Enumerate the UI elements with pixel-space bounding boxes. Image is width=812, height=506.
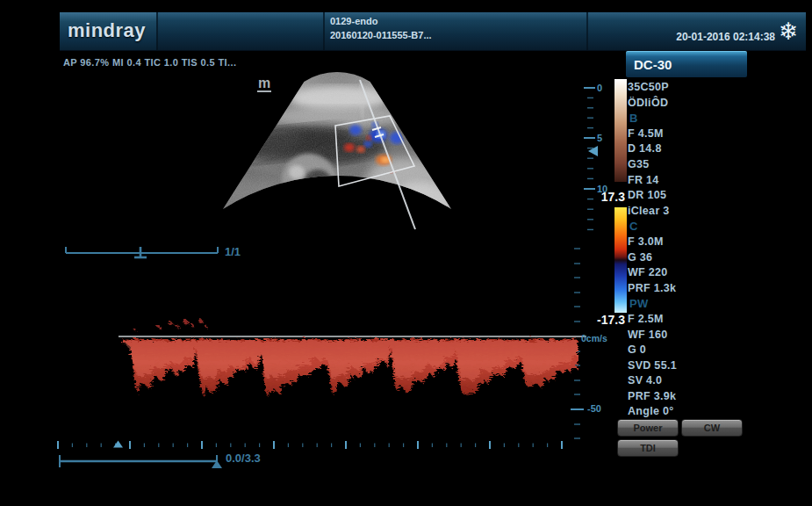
power-button[interactable]: Power bbox=[617, 419, 679, 437]
page-indicator: 1/1 bbox=[225, 245, 241, 258]
ti-status-line: AP 96.7% MI 0.4 TIC 1.0 TIS 0.5 TI... bbox=[63, 57, 236, 68]
panel-line: WF 220 bbox=[628, 266, 803, 282]
panel-line: ÖDIiÔD bbox=[628, 97, 803, 112]
cine-progress-bar[interactable] bbox=[60, 455, 222, 468]
tdi-button[interactable]: TDI bbox=[617, 439, 679, 457]
parameter-panel: 35C50PÖDIiÔDBF 4.5MD 14.8G35FR 14DR 105i… bbox=[628, 81, 803, 421]
b-mode-image bbox=[196, 69, 462, 249]
topbar-divider bbox=[156, 12, 158, 50]
exam-id: 0129-endo bbox=[330, 16, 377, 26]
panel-line: G 36 bbox=[628, 251, 803, 267]
panel-line: SV 4.0 bbox=[628, 374, 803, 390]
exam-file: 20160120-011555-B7... bbox=[330, 30, 432, 40]
gray-map-bar bbox=[614, 79, 627, 182]
panel-line: D 14.8 bbox=[628, 142, 803, 158]
panel-line: G 0 bbox=[628, 343, 803, 359]
orientation-marker: m bbox=[257, 76, 271, 92]
panel-line: B bbox=[628, 112, 803, 127]
panel-line: G35 bbox=[628, 158, 803, 174]
panel-line: F 3.0M bbox=[628, 235, 803, 251]
panel-line: 35C50P bbox=[628, 81, 803, 97]
topbar-divider bbox=[323, 12, 325, 50]
probe-model-header: DC-30 bbox=[626, 51, 747, 77]
velocity-neg50-label: -50 bbox=[587, 403, 601, 414]
mindray-logo: mindray bbox=[68, 19, 146, 42]
depth-label: 10 bbox=[597, 184, 607, 194]
topbar-divider bbox=[586, 12, 588, 50]
panel-line: FR 14 bbox=[628, 174, 803, 190]
ultrasound-screen: mindray 0129-endo 20160120-011555-B7... … bbox=[0, 0, 812, 506]
panel-line: SVD 55.1 bbox=[628, 359, 803, 375]
cine-time-fraction: 0.0/3.3 bbox=[226, 452, 261, 465]
panel-line: WF 160 bbox=[628, 329, 803, 344]
depth-label: 5 bbox=[597, 133, 602, 143]
pw-spectrum-waveform bbox=[120, 318, 576, 395]
freeze-snowflake-icon[interactable]: ❄ bbox=[772, 13, 804, 50]
depth-label: 0 bbox=[597, 83, 602, 93]
panel-line: F 2.5M bbox=[628, 313, 803, 329]
color-scale-negative-value: -17.3 bbox=[578, 313, 625, 327]
panel-line: C bbox=[628, 220, 803, 235]
cw-button[interactable]: CW bbox=[681, 419, 743, 437]
color-map-bar bbox=[614, 207, 627, 313]
panel-line: F 4.5M bbox=[628, 127, 803, 143]
time-ruler-ticks bbox=[58, 441, 562, 450]
image-scrollbar[interactable] bbox=[66, 247, 218, 258]
top-bar: mindray 0129-endo 20160120-011555-B7... … bbox=[60, 12, 806, 51]
depth-ruler-ticks bbox=[584, 88, 595, 229]
velocity-zero-label: 0cm/s bbox=[581, 333, 607, 343]
datetime: 20-01-2016 02:14:38 bbox=[622, 31, 775, 43]
panel-line: PRF 3.9k bbox=[628, 390, 803, 406]
panel-line: PW bbox=[628, 297, 803, 313]
focus-marker-icon[interactable] bbox=[588, 146, 598, 156]
panel-line: PRF 1.3k bbox=[628, 282, 803, 298]
panel-line: iClear 3 bbox=[628, 205, 803, 220]
panel-line: DR 105 bbox=[628, 189, 803, 205]
